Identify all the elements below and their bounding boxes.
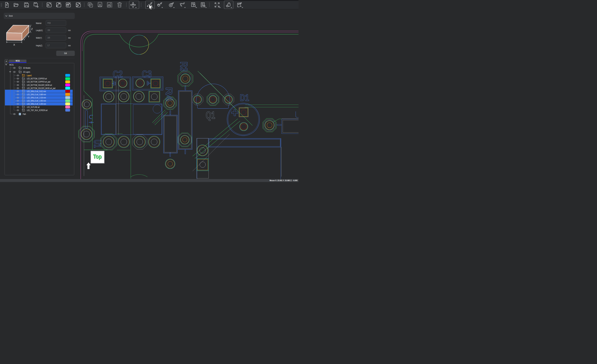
svg-text:Top: Top [93,153,102,160]
svg-text:R4: R4 [164,87,174,101]
svg-text:C3: C3 [142,68,152,79]
svg-text:U1: U1 [92,140,103,148]
svg-text:C2: C2 [113,69,123,79]
svg-text:R3: R3 [178,62,190,72]
svg-text:D1: D1 [240,92,249,103]
svg-text:Q1: Q1 [206,109,215,121]
